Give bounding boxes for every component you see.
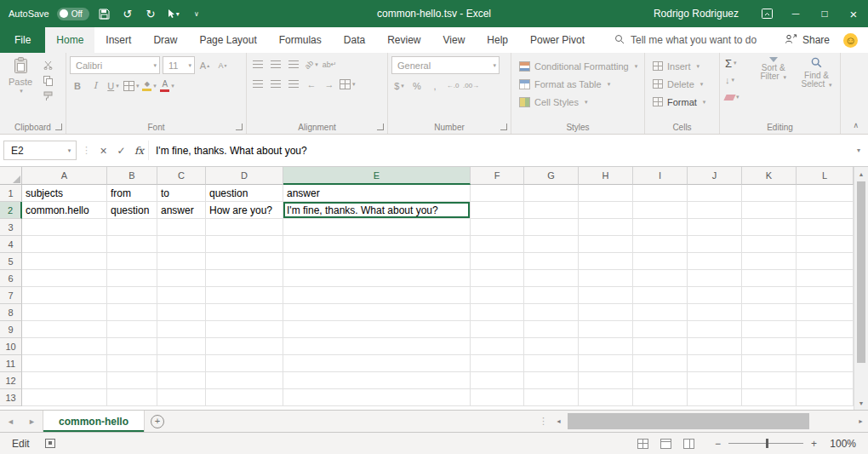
cell-C1[interactable]: to — [157, 185, 206, 202]
increase-indent-button[interactable]: → — [322, 76, 337, 92]
cell-C8[interactable] — [157, 304, 206, 321]
increase-font-size-button[interactable]: A▲ — [197, 57, 213, 73]
cell-E11[interactable] — [283, 355, 471, 372]
tab-draw[interactable]: Draw — [142, 27, 188, 53]
cell-B4[interactable] — [107, 236, 157, 253]
conditional-formatting-button[interactable]: Conditional Formatting ▾ — [515, 57, 641, 75]
cell-K11[interactable] — [742, 355, 797, 372]
bold-button[interactable]: B — [70, 78, 85, 94]
align-bottom-button[interactable] — [286, 56, 301, 72]
cell-G9[interactable] — [524, 321, 579, 338]
cell-C12[interactable] — [157, 372, 206, 389]
cell-F11[interactable] — [471, 355, 524, 372]
cell-I7[interactable] — [633, 287, 688, 304]
maximize-button[interactable]: □ — [810, 0, 839, 27]
cell-E3[interactable] — [283, 219, 471, 236]
scroll-up-icon[interactable]: ▲ — [854, 167, 868, 181]
row-header-6[interactable]: 6 — [0, 270, 22, 287]
cell-K4[interactable] — [742, 236, 797, 253]
column-header-A[interactable]: A — [22, 167, 107, 185]
formula-bar-splitter[interactable]: ⋮ — [77, 145, 94, 156]
column-header-K[interactable]: K — [742, 167, 797, 185]
cell-D4[interactable] — [206, 236, 283, 253]
undo-icon[interactable]: ↺ — [120, 0, 135, 27]
cell-I2[interactable] — [633, 202, 688, 219]
zoom-slider[interactable] — [728, 443, 803, 444]
cell-F13[interactable] — [471, 389, 524, 406]
share-button[interactable]: Share — [785, 33, 830, 47]
cell-C13[interactable] — [157, 389, 206, 406]
cell-I12[interactable] — [633, 372, 688, 389]
zoom-in-button[interactable]: + — [811, 438, 817, 450]
page-break-view-button[interactable] — [683, 439, 694, 449]
cell-K10[interactable] — [742, 338, 797, 355]
cell-A9[interactable] — [22, 321, 107, 338]
decrease-font-size-button[interactable]: A▼ — [215, 57, 231, 73]
cell-C9[interactable] — [157, 321, 206, 338]
page-layout-view-button[interactable] — [660, 439, 671, 449]
align-middle-button[interactable] — [268, 56, 283, 72]
formula-input[interactable]: I'm fine, thanks. What about you? — [148, 141, 851, 160]
row-header-12[interactable]: 12 — [0, 372, 22, 389]
cell-C10[interactable] — [157, 338, 206, 355]
cell-J2[interactable] — [688, 202, 742, 219]
cell-A8[interactable] — [22, 304, 107, 321]
cell-L13[interactable] — [797, 389, 854, 406]
font-size-combo[interactable]: 11 ▾ — [163, 56, 195, 74]
cell-H4[interactable] — [579, 236, 633, 253]
cell-I6[interactable] — [633, 270, 688, 287]
normal-view-button[interactable] — [637, 439, 648, 449]
row-header-2[interactable]: 2 — [0, 202, 22, 219]
column-header-H[interactable]: H — [579, 167, 633, 185]
cell-G5[interactable] — [524, 253, 579, 270]
cell-I9[interactable] — [633, 321, 688, 338]
cancel-entry-button[interactable]: × — [94, 141, 112, 160]
cell-D8[interactable] — [206, 304, 283, 321]
cell-L5[interactable] — [797, 253, 854, 270]
italic-button[interactable]: I — [88, 78, 103, 94]
cell-D9[interactable] — [206, 321, 283, 338]
tab-file[interactable]: File — [0, 27, 45, 53]
cell-J6[interactable] — [688, 270, 742, 287]
cell-G1[interactable] — [524, 185, 579, 202]
cell-H13[interactable] — [579, 389, 633, 406]
cell-E1[interactable]: answer — [283, 185, 471, 202]
enter-entry-button[interactable]: ✓ — [112, 141, 130, 160]
cell-A4[interactable] — [22, 236, 107, 253]
column-header-L[interactable]: L — [797, 167, 854, 185]
cell-L6[interactable] — [797, 270, 854, 287]
scroll-left-icon[interactable]: ◄ — [551, 411, 566, 432]
cell-E12[interactable] — [283, 372, 471, 389]
alignment-dialog-launcher[interactable] — [377, 124, 384, 130]
cell-K6[interactable] — [742, 270, 797, 287]
format-as-table-button[interactable]: Format as Table ▾ — [515, 75, 641, 93]
feedback-smiley-icon[interactable]: ☺ — [843, 33, 858, 48]
clear-button[interactable]: ▾ — [723, 89, 750, 105]
cell-J4[interactable] — [688, 236, 742, 253]
cell-E5[interactable] — [283, 253, 471, 270]
cell-H9[interactable] — [579, 321, 633, 338]
cell-G13[interactable] — [524, 389, 579, 406]
cell-J11[interactable] — [688, 355, 742, 372]
cell-K2[interactable] — [742, 202, 797, 219]
cell-G7[interactable] — [524, 287, 579, 304]
cell-D6[interactable] — [206, 270, 283, 287]
tell-me-box[interactable]: Tell me what you want to do — [614, 27, 757, 53]
cell-A3[interactable] — [22, 219, 107, 236]
zoom-level[interactable]: 100% — [827, 438, 868, 450]
cell-K12[interactable] — [742, 372, 797, 389]
wrap-text-button[interactable]: ab↵ — [322, 56, 337, 72]
tab-power-pivot[interactable]: Power Pivot — [519, 27, 596, 53]
accounting-format-button[interactable]: $▾ — [391, 78, 407, 94]
find-select-button[interactable]: Find & Select ▾ — [797, 55, 837, 105]
cell-E9[interactable] — [283, 321, 471, 338]
column-header-G[interactable]: G — [524, 167, 579, 185]
insert-function-button[interactable]: fx — [130, 141, 148, 160]
cell-E8[interactable] — [283, 304, 471, 321]
cut-icon[interactable] — [40, 59, 55, 72]
decrease-decimal-button[interactable]: .00→ — [463, 78, 479, 94]
cell-L10[interactable] — [797, 338, 854, 355]
row-header-10[interactable]: 10 — [0, 338, 22, 355]
cell-I3[interactable] — [633, 219, 688, 236]
cell-K1[interactable] — [742, 185, 797, 202]
